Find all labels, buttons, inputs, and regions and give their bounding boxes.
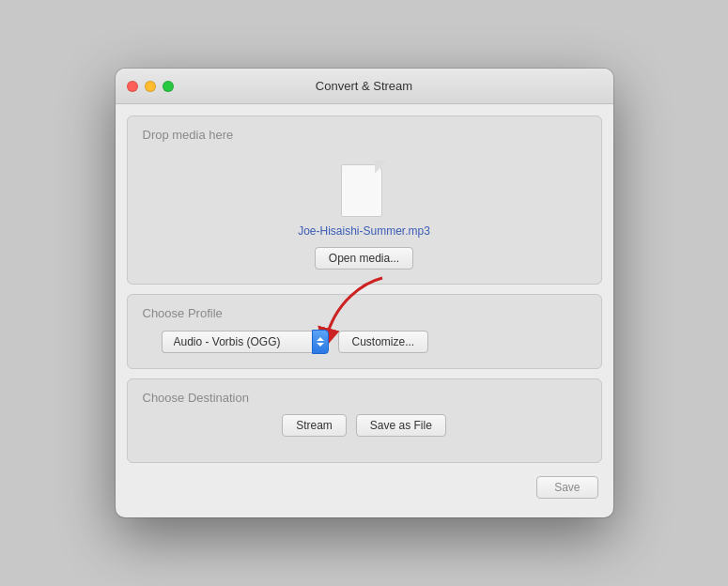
destination-buttons: Stream Save as File	[143, 414, 586, 437]
profile-select-wrapper[interactable]: Audio - Vorbis (OGG) Audio - MP3 Audio -…	[162, 330, 329, 354]
minimize-button[interactable]	[145, 81, 156, 92]
save-as-file-button[interactable]: Save as File	[356, 414, 446, 437]
titlebar: Convert & Stream	[116, 69, 613, 104]
file-area: Joe-Hisaishi-Summer.mp3 Open media...	[298, 161, 430, 270]
file-name: Joe-Hisaishi-Summer.mp3	[298, 224, 430, 238]
profile-row: Audio - Vorbis (OGG) Audio - MP3 Audio -…	[143, 330, 586, 354]
profile-section-title: Choose Profile	[143, 306, 586, 320]
open-media-button[interactable]: Open media...	[315, 247, 413, 270]
maximize-button[interactable]	[163, 81, 174, 92]
select-arrows-icon[interactable]	[312, 330, 329, 354]
choose-profile-section: Choose Profile Audio - Vorbis (OGG)	[127, 294, 602, 369]
window-title: Convert & Stream	[316, 79, 412, 93]
arrow-down-icon	[317, 343, 324, 347]
main-window: Convert & Stream Drop media here Joe-His…	[116, 69, 613, 517]
close-button[interactable]	[127, 81, 138, 92]
destination-section-title: Choose Destination	[143, 391, 586, 405]
window-content: Drop media here Joe-Hisaishi-Summer.mp3 …	[116, 104, 613, 517]
customize-button[interactable]: Customize...	[338, 331, 429, 353]
arrow-up-icon	[317, 337, 324, 341]
profile-row-container: Audio - Vorbis (OGG) Audio - MP3 Audio -…	[143, 330, 586, 354]
drop-section-title: Drop media here	[143, 128, 234, 142]
file-icon	[341, 161, 388, 217]
bottom-row: Save	[127, 472, 602, 506]
drop-media-section: Drop media here Joe-Hisaishi-Summer.mp3 …	[127, 116, 602, 285]
save-button[interactable]: Save	[536, 476, 597, 499]
choose-destination-section: Choose Destination Stream Save as File	[127, 378, 602, 463]
titlebar-buttons	[127, 81, 174, 92]
stream-button[interactable]: Stream	[282, 414, 347, 437]
profile-select[interactable]: Audio - Vorbis (OGG) Audio - MP3 Audio -…	[162, 331, 312, 353]
